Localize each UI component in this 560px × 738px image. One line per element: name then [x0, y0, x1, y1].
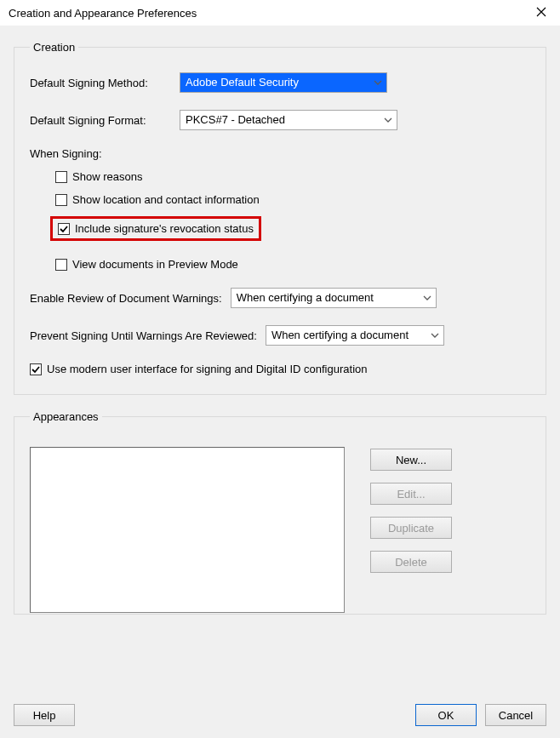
- review-warnings-row: Enable Review of Document Warnings: When…: [30, 288, 530, 308]
- help-button[interactable]: Help: [14, 704, 75, 726]
- appearances-buttons: New... Edit... Duplicate Delete: [370, 447, 452, 613]
- modern-ui-row[interactable]: Use modern user interface for signing an…: [30, 363, 530, 375]
- creation-group: Creation Default Signing Method: Adobe D…: [14, 41, 546, 395]
- modern-ui-checkbox[interactable]: [30, 363, 42, 375]
- show-location-label: Show location and contact information: [72, 193, 260, 206]
- prevent-signing-row: Prevent Signing Until Warnings Are Revie…: [30, 325, 530, 346]
- default-method-value: Adobe Default Security: [180, 73, 386, 92]
- prevent-signing-value: When certifying a document: [266, 326, 443, 345]
- review-warnings-select[interactable]: When certifying a document: [231, 288, 437, 308]
- default-method-label: Default Signing Method:: [30, 77, 180, 89]
- creation-legend: Creation: [30, 41, 78, 54]
- default-format-row: Default Signing Format: PKCS#7 - Detache…: [30, 110, 530, 130]
- default-format-label: Default Signing Format:: [30, 114, 180, 127]
- show-location-checkbox[interactable]: [55, 194, 67, 206]
- show-reasons-checkbox[interactable]: [55, 171, 67, 183]
- appearances-legend: Appearances: [30, 410, 102, 423]
- default-format-select[interactable]: PKCS#7 - Detached: [180, 110, 397, 130]
- duplicate-button[interactable]: Duplicate: [370, 517, 452, 539]
- default-method-select[interactable]: Adobe Default Security: [180, 72, 387, 93]
- default-method-row: Default Signing Method: Adobe Default Se…: [30, 72, 530, 93]
- ok-button[interactable]: OK: [415, 704, 477, 726]
- show-reasons-row[interactable]: Show reasons: [55, 170, 530, 183]
- view-preview-checkbox[interactable]: [55, 259, 67, 271]
- footer: Help OK Cancel: [14, 704, 546, 726]
- delete-button[interactable]: Delete: [370, 551, 452, 573]
- modern-ui-label: Use modern user interface for signing an…: [47, 363, 367, 375]
- view-preview-row[interactable]: View documents in Preview Mode: [55, 258, 530, 271]
- edit-button[interactable]: Edit...: [370, 483, 452, 505]
- review-warnings-label: Enable Review of Document Warnings:: [30, 292, 222, 305]
- view-preview-label: View documents in Preview Mode: [72, 258, 238, 271]
- prevent-signing-select[interactable]: When certifying a document: [266, 325, 444, 346]
- when-signing-heading: When Signing:: [30, 147, 530, 160]
- window-title: Creation and Appearance Preferences: [9, 7, 197, 20]
- include-revocation-checkbox[interactable]: [58, 223, 70, 235]
- appearances-listbox[interactable]: [30, 447, 345, 613]
- include-revocation-label: Include signature's revocation status: [75, 222, 254, 235]
- show-reasons-label: Show reasons: [72, 170, 142, 183]
- titlebar: Creation and Appearance Preferences: [0, 0, 560, 26]
- review-warnings-value: When certifying a document: [231, 289, 436, 307]
- cancel-button[interactable]: Cancel: [485, 704, 546, 726]
- close-icon[interactable]: [531, 3, 551, 23]
- prevent-signing-label: Prevent Signing Until Warnings Are Revie…: [30, 329, 257, 342]
- new-button[interactable]: New...: [370, 449, 452, 471]
- default-format-value: PKCS#7 - Detached: [180, 111, 397, 129]
- appearances-group: Appearances New... Edit... Duplicate Del…: [14, 410, 546, 615]
- show-location-row[interactable]: Show location and contact information: [55, 193, 530, 206]
- include-revocation-highlight: Include signature's revocation status: [50, 216, 261, 241]
